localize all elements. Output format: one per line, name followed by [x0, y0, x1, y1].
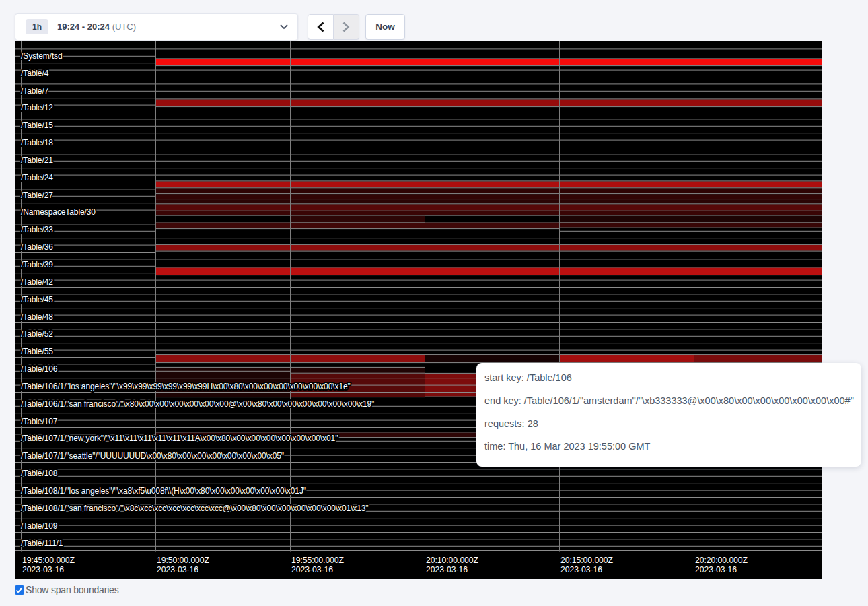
svg-text:19:55:00.000Z: 19:55:00.000Z — [291, 556, 345, 565]
svg-text:/Table/7: /Table/7 — [21, 86, 49, 96]
svg-text:/Table/12: /Table/12 — [21, 103, 53, 112]
svg-text:/Table/4: /Table/4 — [21, 69, 49, 78]
svg-text:/Table/106: /Table/106 — [21, 364, 58, 374]
svg-text:/Table/36: /Table/36 — [21, 242, 53, 252]
svg-text:/Table/107/1/"seattle"/"UUUUUU: /Table/107/1/"seattle"/"UUUUUUUD\x00\x80… — [21, 451, 284, 461]
svg-text:/Table/21: /Table/21 — [21, 156, 53, 165]
svg-text:2023-03-16: 2023-03-16 — [291, 565, 333, 574]
svg-text:/Table/108: /Table/108 — [21, 469, 58, 478]
svg-text:/Table/52: /Table/52 — [21, 329, 53, 339]
svg-text:19:45:00.000Z: 19:45:00.000Z — [22, 556, 75, 565]
svg-text:/Table/106/1/"los angeles"/"\x: /Table/106/1/"los angeles"/"\x99\x99\x99… — [21, 382, 351, 391]
svg-text:/Table/106/1/"san francisco"/": /Table/106/1/"san francisco"/"\x80\x00\x… — [21, 399, 374, 409]
svg-text:/Table/48: /Table/48 — [21, 312, 53, 322]
svg-text:/Table/18: /Table/18 — [21, 138, 53, 147]
svg-text:20:20:00.000Z: 20:20:00.000Z — [695, 556, 748, 565]
svg-text:/Table/42: /Table/42 — [21, 277, 53, 287]
svg-text:/Table/27: /Table/27 — [21, 191, 53, 200]
svg-text:/System/tsd: /System/tsd — [21, 51, 63, 61]
svg-text:/Table/111/1: /Table/111/1 — [21, 539, 63, 548]
svg-text:/Table/33: /Table/33 — [21, 225, 53, 234]
svg-text:/NamespaceTable/30: /NamespaceTable/30 — [21, 207, 96, 217]
svg-text:2023-03-16: 2023-03-16 — [22, 565, 64, 574]
svg-text:/Table/15: /Table/15 — [21, 121, 53, 130]
svg-text:/Table/107/1/"new york"/"\x11\: /Table/107/1/"new york"/"\x11\x11\x11\x1… — [21, 434, 338, 443]
svg-text:2023-03-16: 2023-03-16 — [560, 565, 602, 574]
svg-text:/Table/107: /Table/107 — [21, 417, 58, 426]
svg-text:/Table/108/1/"san francisco"/": /Table/108/1/"san francisco"/"\x8c\xcc\x… — [21, 504, 369, 513]
svg-text:/Table/55: /Table/55 — [21, 347, 53, 356]
svg-text:2023-03-16: 2023-03-16 — [426, 565, 468, 574]
svg-text:19:50:00.000Z: 19:50:00.000Z — [157, 556, 210, 565]
svg-text:2023-03-16: 2023-03-16 — [157, 565, 198, 574]
svg-text:/Table/109: /Table/109 — [21, 521, 58, 531]
svg-text:/Table/108/1/"los angeles"/"\x: /Table/108/1/"los angeles"/"\xa8\xf5\u00… — [21, 486, 306, 496]
svg-text:/Table/39: /Table/39 — [21, 260, 53, 269]
svg-text:2023-03-16: 2023-03-16 — [695, 565, 737, 574]
svg-text:/Table/24: /Table/24 — [21, 173, 53, 182]
svg-text:20:15:00.000Z: 20:15:00.000Z — [560, 556, 614, 565]
svg-text:20:10:00.000Z: 20:10:00.000Z — [426, 556, 479, 565]
svg-text:/Table/45: /Table/45 — [21, 295, 53, 304]
